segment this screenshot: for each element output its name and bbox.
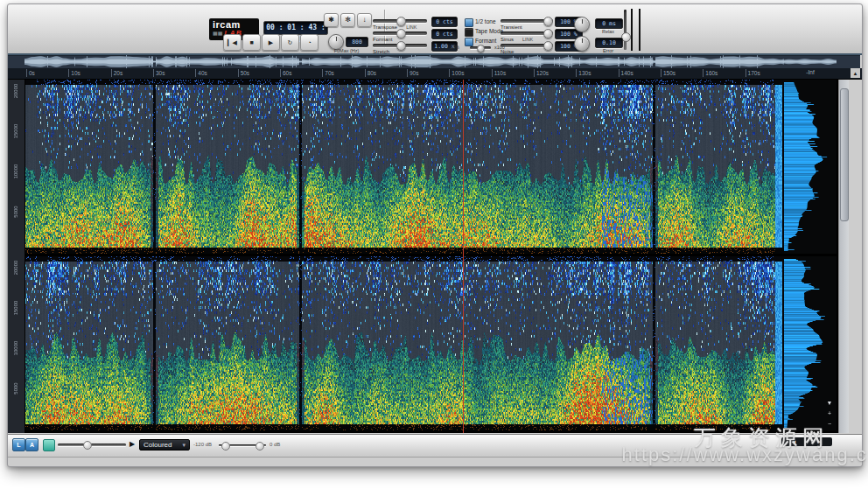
go-to-start-icon: ▎◀ [228, 39, 237, 45]
zoom-down-icon[interactable]: ▼ [824, 398, 835, 409]
mini-play-icon[interactable]: ▶ [130, 440, 135, 448]
freq-label-ch2-20000: 20000 [13, 255, 18, 281]
checkbox-formant-label: Formant [475, 38, 496, 44]
caret-down-icon: ▾ [182, 440, 186, 450]
checkbox-formant[interactable] [465, 38, 473, 46]
mic-button[interactable]: ↓ [357, 13, 372, 27]
palette-value: Coloured [144, 440, 172, 450]
stop-icon: ■ [249, 39, 253, 45]
error-knob[interactable] [574, 36, 590, 52]
go-to-start-button[interactable]: ▎◀ [223, 34, 242, 51]
stretch-range-thumb[interactable] [477, 45, 485, 52]
play-icon: ▶ [269, 39, 273, 45]
loop-icon: ↻ [288, 39, 293, 45]
checkbox-1-2-tone[interactable] [465, 18, 473, 27]
pitch-transpose-link-label: LINK [406, 24, 416, 30]
ruler-tick-10s: 10s [68, 69, 80, 77]
stretch-range-min-label: 30% [450, 45, 459, 50]
hscroll-buttons[interactable]: ◄► [781, 437, 832, 446]
clock-icon: ◔ [307, 39, 311, 45]
mic-icon: ↓ [363, 17, 367, 24]
db-min-label: -120 dB [193, 442, 212, 447]
zoom-slider-thumb[interactable] [83, 441, 92, 450]
snowflake-icon: ✻ [345, 17, 351, 24]
top-toolbar: ircam ▦▦ LAB 00 : 01 : 43 : 20.05 800 F0… [8, 4, 862, 55]
f0max-label: F0Max (Hz) [319, 48, 374, 53]
pitch-transpose-value: 0 cts [431, 17, 458, 27]
ruler-tick-80s: 80s [365, 69, 376, 77]
ruler-tick-50s: 50s [238, 69, 249, 77]
freq-label-ch1-20000: 20000 [13, 78, 18, 104]
snowflake-button[interactable]: ✻ [340, 13, 355, 27]
relax-knob[interactable] [574, 17, 590, 32]
app-window: ircam ▦▦ LAB 00 : 01 : 43 : 20.05 800 F0… [7, 3, 863, 467]
toolbar-grip[interactable] [631, 9, 640, 51]
spectrogram-channel-1[interactable] [24, 80, 784, 254]
checkbox-tape-mode[interactable] [465, 28, 473, 37]
zoom-slider[interactable] [58, 444, 126, 446]
freq-label-ch1-5000: 5000 [13, 199, 18, 225]
spectrum-db-label: -Inf [806, 69, 814, 75]
hscroll-left-icon[interactable]: ◄ [792, 439, 797, 444]
synth-sinus-link-label: LINK [522, 37, 533, 42]
ruler-tick-30s: 30s [153, 69, 164, 77]
gear-icon: ✱ [328, 17, 334, 24]
relax-label: Relax [595, 29, 621, 34]
spectrogram-channel-2[interactable] [24, 256, 784, 430]
spectrogram-area: 20000150001000050002000015000100005000 ▼… [8, 80, 849, 433]
db-max-label: 0 dB [270, 442, 280, 447]
error-label: Error [595, 48, 621, 53]
ruler-tick-150s: 150s [661, 69, 676, 77]
clock-button[interactable]: ◔ [300, 34, 318, 51]
error-value: 0.10 [595, 38, 623, 48]
playhead-cursor[interactable] [463, 80, 464, 433]
db-range-thumb-low[interactable] [221, 442, 230, 451]
freq-label-ch2-10000: 10000 [13, 335, 18, 361]
ruler-tick-120s: 120s [534, 69, 549, 77]
checkbox-1-2-tone-label: 1/2 tone [475, 18, 496, 24]
time-ruler[interactable]: 0s10s20s30s40s50s60s70s80s90s100s110s120… [8, 68, 862, 80]
zoom-controls: ▼+− [824, 398, 835, 430]
channel-L-button[interactable]: L [12, 438, 25, 451]
palette-dropdown[interactable]: Coloured ▾ [139, 439, 190, 451]
ruler-tick-70s: 70s [322, 69, 333, 77]
ruler-tick-100s: 100s [449, 69, 464, 77]
db-range-thumb-high[interactable] [256, 442, 264, 451]
palette-icon[interactable] [43, 439, 55, 451]
spectrum-analyzer-1 [784, 80, 836, 254]
ruler-tick-60s: 60s [280, 69, 291, 77]
stop-button[interactable]: ■ [242, 34, 261, 51]
frequency-axis: 20000150001000050002000015000100005000 [8, 80, 25, 433]
bottom-toolbar: ▶ Coloured ▾ -120 dB 0 dB ◄► LA [8, 434, 862, 458]
time-display: 00 : 01 : 43 : 20.05 [263, 21, 328, 35]
ruler-tick-160s: 160s [703, 69, 718, 77]
freq-label-ch2-5000: 5000 [13, 375, 18, 402]
relax-value: 0 ms [595, 18, 623, 29]
vertical-scrollbar[interactable] [838, 80, 849, 433]
pitch-formant-value: 0 cts [431, 29, 458, 39]
vertical-scrollbar-thumb[interactable] [840, 88, 849, 221]
ruler-tick-110s: 110s [492, 69, 507, 77]
loop-button[interactable]: ↻ [281, 34, 299, 51]
ruler-tick-40s: 40s [195, 69, 206, 77]
freq-label-ch1-10000: 10000 [13, 158, 18, 185]
ruler-tick-0s: 0s [26, 69, 35, 77]
freq-label-ch2-15000: 15000 [13, 295, 18, 321]
overview-waveform[interactable] [8, 55, 860, 68]
scroll-up-arrow-icon[interactable]: ▲ [850, 68, 860, 78]
output-level-slider[interactable] [624, 10, 626, 50]
ruler-tick-170s: 170s [746, 69, 760, 77]
gear-button[interactable]: ✱ [324, 13, 339, 27]
db-range-slider[interactable] [219, 444, 266, 446]
play-button[interactable]: ▶ [262, 34, 280, 51]
channel-A-button[interactable]: A [25, 438, 38, 451]
zoom-in-icon[interactable]: + [824, 409, 835, 419]
logo-pixel-icon: ▦▦ [213, 30, 222, 38]
ruler-tick-130s: 130s [576, 69, 591, 77]
freq-label-ch1-15000: 15000 [13, 118, 18, 144]
hscroll-right-icon[interactable]: ► [817, 439, 822, 444]
checkbox-tape-mode-label: Tape Mode [475, 28, 503, 34]
ruler-tick-140s: 140s [619, 69, 634, 77]
zoom-out-icon[interactable]: − [824, 419, 835, 430]
f0max-value: 800 [346, 37, 368, 47]
